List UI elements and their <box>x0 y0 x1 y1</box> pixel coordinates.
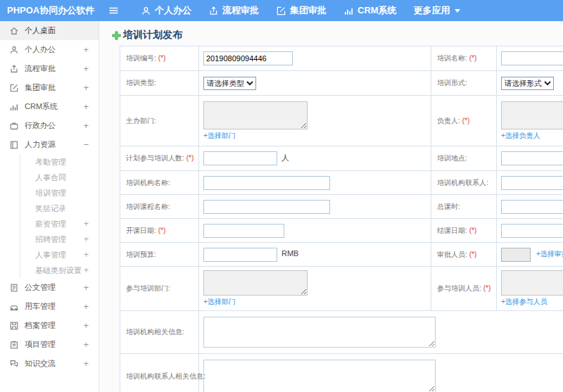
user-icon <box>9 45 19 55</box>
topnav-more-apps[interactable]: 更多应用 <box>405 0 469 21</box>
caret-down-icon <box>455 9 460 13</box>
topnav-label: 流程审批 <box>222 4 259 17</box>
label-org-info: 培训机构相关信息: <box>126 328 184 336</box>
briefcase-icon <box>9 121 19 131</box>
org-contact-info-textarea[interactable] <box>203 360 436 392</box>
leader-textarea[interactable] <box>501 101 563 129</box>
label-training-name: 培训名称: <box>437 54 467 62</box>
topbar: PHPOA协同办公软件 个人办公 流程审批 集团审批 <box>0 0 563 21</box>
sidebar-item-project-management[interactable]: 项目管理 + <box>0 335 99 354</box>
hamburger-icon[interactable] <box>108 5 120 16</box>
topnav-workflow-approval[interactable]: 流程审批 <box>200 0 267 21</box>
add-icon <box>111 30 122 41</box>
label-leader: 负责人: <box>437 117 460 125</box>
required-marker: (*) <box>186 154 194 162</box>
topnav-group-approval[interactable]: 集团审批 <box>267 0 335 21</box>
label-planned-count: 计划参与培训人数: <box>126 154 184 162</box>
label-host-department: 主办部门: <box>126 117 156 125</box>
planned-count-input[interactable] <box>203 151 277 165</box>
sidebar-subitem-training-management[interactable]: 培训管理 <box>20 185 99 201</box>
sidebar-item-personal-office[interactable]: 个人办公 + <box>0 40 99 59</box>
flow-icon <box>208 6 219 16</box>
label-approver: 审批人员: <box>437 251 467 258</box>
end-date-input[interactable] <box>501 224 563 238</box>
sidebar: 个人桌面 个人办公 + 流程审批 + 集团审批 + CRM系统 + 行政办公 + <box>0 21 99 392</box>
sidebar-item-human-resources[interactable]: 人力资源 − <box>0 135 99 154</box>
chart-icon <box>343 6 354 16</box>
chat-icon <box>9 359 19 369</box>
topnav-crm-system[interactable]: CRM系统 <box>335 0 405 21</box>
select-department-link[interactable]: +选择部门 <box>203 297 431 307</box>
clipboard-icon <box>9 340 19 350</box>
org-info-textarea[interactable] <box>203 317 436 348</box>
start-date-input[interactable] <box>203 224 284 238</box>
sidebar-item-personal-desktop[interactable]: 个人桌面 <box>0 21 99 40</box>
book-icon <box>9 140 19 150</box>
select-leader-link[interactable]: +选择负责人 <box>501 131 563 141</box>
sidebar-item-vehicle-management[interactable]: 用车管理 + <box>0 297 99 316</box>
training-form-select[interactable]: 请选择形式 <box>501 77 554 90</box>
sidebar-item-knowledge-exchange[interactable]: 知识交流 + <box>0 354 99 373</box>
label-location: 培训地点: <box>437 154 467 162</box>
edit-icon <box>9 83 19 93</box>
select-approver-link[interactable]: +选择审批人员 <box>536 250 563 258</box>
location-input[interactable] <box>501 151 563 165</box>
label-org-contact: 培训机构联系人: <box>437 179 488 186</box>
approver-input[interactable] <box>501 248 531 262</box>
archive-icon <box>9 321 19 331</box>
unit-person: 人 <box>282 153 289 162</box>
org-contact-input[interactable] <box>501 176 563 190</box>
main-content: 培训计划发布 培训编号:(*) 培训名称:(*) 培训类型: 请选择类型 培训形… <box>99 21 563 392</box>
topnav-label: 集团审批 <box>290 4 327 17</box>
flow-icon <box>9 64 19 74</box>
sidebar-subitem-attendance[interactable]: 考勤管理 <box>20 154 99 170</box>
topnav-label: 个人办公 <box>155 4 191 17</box>
label-join-people: 参与培训人员: <box>437 284 481 292</box>
label-join-department: 参与培训部门: <box>126 284 170 292</box>
label-end-date: 结课日期: <box>437 227 467 234</box>
sidebar-item-official-documents[interactable]: 公文管理 + <box>0 278 99 297</box>
car-icon <box>9 302 19 312</box>
sidebar-item-archive-management[interactable]: 档案管理 + <box>0 316 99 335</box>
sidebar-subitem-personnel-management[interactable]: 人事管理 + <box>20 247 99 263</box>
sidebar-subitem-recruitment[interactable]: 招聘管理 + <box>20 232 99 247</box>
document-icon <box>9 283 19 293</box>
chart-icon <box>9 102 19 112</box>
sidebar-subitem-hr-contract[interactable]: 人事合同 <box>20 170 99 185</box>
sidebar-subitem-base-category-settings[interactable]: 基础类别设置 + <box>20 263 99 278</box>
unit-rmb: RMB <box>282 249 298 258</box>
sidebar-subitem-salary-management[interactable]: 薪资管理 + <box>20 216 99 232</box>
training-type-select[interactable]: 请选择类型 <box>203 77 256 90</box>
select-participants-link[interactable]: +选择参与人员 <box>501 297 563 307</box>
required-marker: (*) <box>158 54 166 62</box>
label-budget: 培训预算: <box>126 251 156 258</box>
required-marker: (*) <box>469 251 477 258</box>
training-no-input[interactable] <box>203 51 293 65</box>
sidebar-item-administrative-office[interactable]: 行政办公 + <box>0 116 99 135</box>
label-training-no: 培训编号: <box>126 54 156 62</box>
label-training-type: 培训类型: <box>126 79 156 87</box>
select-department-link[interactable]: +选择部门 <box>203 131 431 141</box>
label-course-name: 培训课程名称: <box>126 203 170 210</box>
required-marker: (*) <box>483 284 491 292</box>
label-training-form: 培训形式: <box>437 79 467 87</box>
label-total-hours: 总课时: <box>437 203 460 210</box>
topnav-personal-office[interactable]: 个人办公 <box>132 0 200 21</box>
training-name-input[interactable] <box>501 51 563 65</box>
sidebar-item-group-approval[interactable]: 集团审批 + <box>0 78 99 97</box>
topnav-label: CRM系统 <box>358 4 397 17</box>
budget-input[interactable] <box>203 248 277 262</box>
org-name-input[interactable] <box>203 176 330 190</box>
join-department-textarea[interactable] <box>203 270 308 296</box>
course-name-input[interactable] <box>203 200 330 214</box>
home-icon <box>9 26 19 36</box>
page-title-row: 培训计划发布 <box>111 28 563 42</box>
page-title: 培训计划发布 <box>123 29 182 42</box>
sidebar-subitem-reward-punishment[interactable]: 奖惩记录 <box>20 201 99 216</box>
sidebar-item-crm-system[interactable]: CRM系统 + <box>0 97 99 116</box>
join-people-textarea[interactable] <box>501 270 563 296</box>
host-department-textarea[interactable] <box>203 101 308 129</box>
required-marker: (*) <box>469 227 477 234</box>
total-hours-input[interactable] <box>501 200 563 214</box>
sidebar-item-workflow-approval[interactable]: 流程审批 + <box>0 59 99 78</box>
